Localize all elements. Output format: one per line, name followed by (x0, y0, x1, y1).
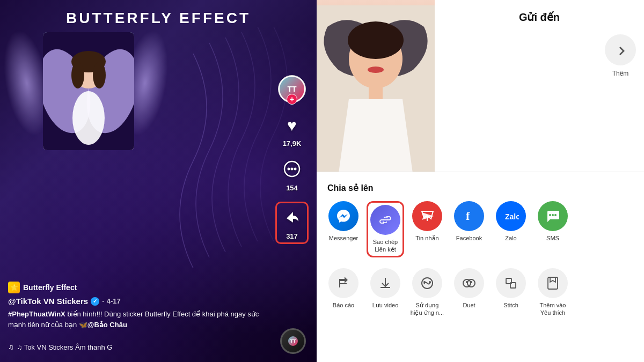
comment-icon (279, 157, 305, 183)
spinning-disc: TT (280, 328, 306, 354)
svg-point-3 (72, 91, 105, 145)
svg-text:f: f (466, 209, 470, 223)
zalo-icon-circle: Zalo (496, 201, 526, 231)
svg-point-21 (552, 214, 554, 216)
gui-den-title: Gửi đến (443, 11, 636, 24)
music-note-icon: ♫ (8, 343, 14, 351)
disc-inner: TT (288, 336, 298, 346)
svg-rect-16 (369, 85, 383, 101)
luu-video-button[interactable]: Lưu video (367, 268, 404, 309)
bao-cao-button[interactable]: Báo cáo (325, 268, 362, 309)
duet-icon-circle (454, 268, 484, 298)
yeu-thich-icon-circle (538, 268, 568, 298)
svg-point-30 (470, 281, 472, 283)
svg-point-20 (549, 214, 551, 216)
date-tag: · (102, 297, 104, 305)
svg-point-7 (93, 62, 106, 88)
action-buttons: TT + ♥ 17,9K 154 (275, 75, 309, 244)
svg-point-11 (294, 168, 297, 171)
yeu-thich-label: Thêm vàoYêu thích (540, 301, 566, 317)
share-button[interactable]: 317 (275, 202, 309, 244)
duet-button[interactable]: Duet (450, 268, 488, 309)
song-badge: ⭐ Butterfly Effect (8, 282, 77, 293)
messenger-icon-circle (328, 201, 358, 231)
chia-se-title: Chia sẻ lên (325, 183, 636, 193)
share-icons-row2: Báo cáo Lưu video (325, 268, 636, 317)
mention-baochau: @Bảo Châu (87, 321, 127, 329)
share-sms[interactable]: SMS (534, 201, 572, 242)
share-top-area: Gửi đến Thêm (317, 0, 644, 172)
video-panel: BUTTERFLY EFFECT (0, 0, 317, 362)
comment-button[interactable]: 154 (279, 157, 305, 192)
share-count: 317 (286, 232, 298, 240)
svg-text:Zalo: Zalo (505, 212, 519, 221)
share-messenger[interactable]: Messenger (325, 201, 362, 242)
song-icon: ⭐ (8, 282, 20, 293)
share-icons-row: Messenger Sao chépLiên kết (325, 201, 636, 257)
svg-point-6 (71, 62, 84, 88)
stitch-icon-circle (496, 268, 526, 298)
hieu-ung-label: Sử dụnghiệu ứng n... (411, 301, 444, 317)
share-zalo[interactable]: Zalo Zalo (492, 201, 530, 242)
svg-rect-23 (340, 283, 347, 284)
sms-icon-circle (538, 201, 568, 231)
svg-point-14 (348, 21, 404, 59)
tin-nhan-label: Tin nhắn (415, 234, 438, 242)
svg-point-26 (429, 281, 431, 283)
copy-link-icon-circle (370, 205, 400, 235)
luu-video-icon-circle (370, 268, 400, 298)
video-info: ⭐ Butterfly Effect @TikTok VN Stickers ✓… (8, 282, 274, 330)
audio-text: ♫ Tok VN Stickers Âm thanh G (17, 343, 113, 351)
contacts-row: Thêm (443, 34, 636, 77)
svg-rect-17 (383, 219, 388, 220)
yeu-thich-button[interactable]: Thêm vàoYêu thích (534, 268, 572, 317)
svg-point-25 (423, 281, 426, 283)
video-description: #PhepThuatWinX biến hình!!! Dùng sticker… (8, 309, 274, 330)
audio-info: ♫ ♫ Tok VN Stickers Âm thanh G (8, 343, 112, 351)
svg-point-15 (368, 67, 384, 73)
more-button[interactable]: Thêm (605, 34, 636, 77)
like-count: 17,9K (283, 139, 302, 147)
username: @TikTok VN Stickers ✓ · 4-17 (8, 297, 274, 306)
svg-rect-35 (548, 277, 558, 289)
share-panel: Gửi đến Thêm Chia sẻ lên (317, 0, 644, 362)
hieu-ung-button[interactable]: Sử dụnghiệu ứng n... (408, 268, 446, 317)
bao-cao-label: Báo cáo (333, 301, 354, 309)
comment-count: 154 (286, 184, 298, 192)
more-circle (605, 34, 636, 65)
facebook-icon-circle: f (454, 201, 484, 231)
copy-link-label: Sao chépLiên kết (373, 238, 398, 254)
svg-point-10 (291, 168, 294, 171)
bao-cao-icon-circle (328, 268, 358, 298)
heart-icon: ♥ (279, 113, 305, 138)
song-name: Butterfly Effect (23, 283, 77, 292)
share-sheet: Chia sẻ lên Messenger (317, 172, 644, 362)
sms-label: SMS (546, 234, 559, 242)
more-label: Thêm (612, 70, 629, 77)
share-tin-nhan[interactable]: Tin nhắn (408, 201, 446, 242)
svg-point-22 (554, 214, 557, 216)
thumbnail-image (43, 32, 134, 150)
messenger-label: Messenger (329, 234, 358, 242)
username-text: @TikTok VN Stickers (8, 297, 88, 306)
video-title: BUTTERFLY EFFECT (0, 10, 317, 27)
like-button[interactable]: ♥ 17,9K (279, 113, 305, 147)
duet-label: Duet (463, 301, 475, 309)
stitch-button[interactable]: Stitch (492, 268, 530, 309)
copy-link-button[interactable]: Sao chépLiên kết (367, 201, 404, 257)
share-facebook[interactable]: f Facebook (450, 201, 488, 242)
share-video-preview (317, 0, 435, 172)
hieu-ung-icon-circle (412, 268, 442, 298)
share-icon (279, 205, 305, 231)
video-thumbnail (43, 32, 134, 150)
stitch-label: Stitch (503, 301, 518, 309)
creator-avatar: TT + (278, 75, 306, 103)
follow-button[interactable]: TT + (278, 75, 306, 103)
luu-video-label: Lưu video (372, 301, 399, 309)
facebook-label: Facebook (456, 234, 482, 242)
date-text: 4-17 (107, 297, 121, 305)
svg-point-29 (466, 281, 468, 283)
tin-nhan-icon-circle (412, 201, 442, 231)
hashtag-phepthuatwinx: #PhepThuatWinX (8, 310, 65, 318)
svg-point-9 (288, 168, 290, 171)
